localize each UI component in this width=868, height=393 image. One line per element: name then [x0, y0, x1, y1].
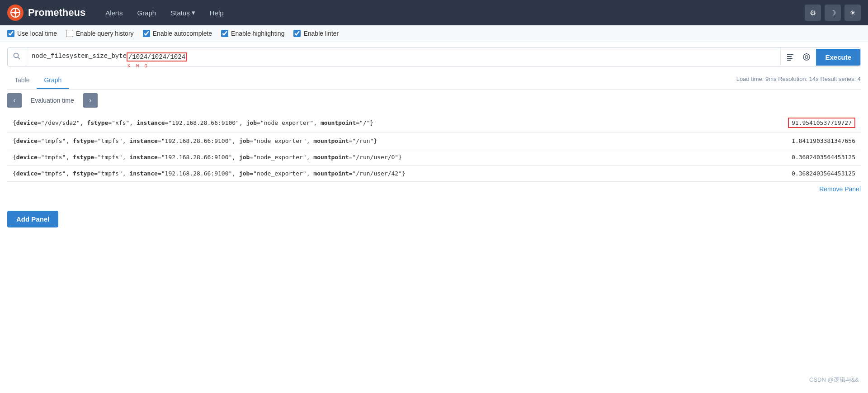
panel-meta: Load time: 9ms Resolution: 14s Result se… [736, 76, 861, 86]
metrics-explorer-button[interactable] [799, 50, 814, 64]
remove-panel-anchor[interactable]: Remove Panel [819, 185, 861, 193]
enable-highlighting-checkbox[interactable] [221, 30, 228, 37]
enable-query-history-label[interactable]: Enable query history [66, 30, 134, 37]
remove-panel-link: Remove Panel [7, 182, 861, 196]
enable-highlighting-label[interactable]: Enable highlighting [221, 30, 284, 37]
theme-sun-button[interactable]: ☀ [844, 5, 861, 21]
svg-line-6 [18, 57, 20, 59]
search-icon [8, 48, 26, 66]
execute-button[interactable]: Execute [816, 49, 860, 66]
svg-rect-7 [787, 54, 793, 55]
theme-moon-button[interactable]: ☽ [825, 5, 841, 21]
svg-rect-9 [787, 58, 793, 59]
nav-links: Alerts Graph Status ▾ Help [100, 5, 229, 20]
svg-rect-8 [787, 56, 792, 57]
table-row: {device="tmpfs", fstype="tmpfs", instanc… [7, 133, 861, 149]
enable-autocomplete-label[interactable]: Enable autocomplete [143, 30, 212, 37]
result-value: 0.3682403564453125 [792, 170, 855, 177]
enable-query-history-checkbox[interactable] [66, 30, 73, 37]
format-button[interactable] [783, 50, 798, 64]
svg-rect-10 [787, 60, 791, 61]
nav-alerts[interactable]: Alerts [100, 5, 128, 20]
nav-graph[interactable]: Graph [132, 5, 162, 20]
result-value: 1.8411903381347656 [792, 137, 855, 144]
eval-next-button[interactable]: › [83, 93, 98, 108]
dropdown-arrow-icon: ▾ [192, 9, 195, 17]
add-panel-button[interactable]: Add Panel [7, 211, 58, 227]
panel: Table Graph Load time: 9ms Resolution: 1… [7, 72, 861, 196]
enable-autocomplete-checkbox[interactable] [143, 30, 150, 37]
tab-graph[interactable]: Graph [37, 72, 69, 89]
svg-point-11 [803, 54, 810, 60]
search-actions [780, 48, 816, 66]
navbar: Prometheus Alerts Graph Status ▾ Help ⚙ … [0, 0, 868, 25]
table-row: {device="tmpfs", fstype="tmpfs", instanc… [7, 149, 861, 166]
enable-linter-label[interactable]: Enable linter [293, 30, 339, 37]
settings-button[interactable]: ⚙ [805, 5, 821, 21]
result-labels: {device="tmpfs", fstype="tmpfs", instanc… [13, 154, 783, 161]
use-local-time-label[interactable]: Use local time [7, 30, 57, 37]
brand-name: Prometheus [28, 7, 85, 19]
result-value: 0.3682403564453125 [792, 154, 855, 161]
tab-table[interactable]: Table [7, 72, 37, 89]
nav-help[interactable]: Help [204, 5, 229, 20]
toolbar: Use local time Enable query history Enab… [0, 25, 868, 42]
result-labels: {device="tmpfs", fstype="tmpfs", instanc… [13, 170, 783, 177]
nav-status[interactable]: Status ▾ [165, 5, 201, 20]
eval-prev-button[interactable]: ‹ [7, 93, 22, 108]
navbar-right: ⚙ ☽ ☀ [805, 5, 861, 21]
table-row: {device="tmpfs", fstype="tmpfs", instanc… [7, 166, 861, 182]
panel-tabs: Table Graph Load time: 9ms Resolution: 1… [7, 72, 861, 90]
use-local-time-checkbox[interactable] [7, 30, 14, 37]
brand: Prometheus [7, 5, 85, 21]
enable-linter-checkbox[interactable] [293, 30, 301, 37]
evaluation-time-row: ‹ Evaluation time › [7, 93, 861, 108]
svg-point-4 [14, 11, 17, 14]
result-labels: {device="/dev/sda2", fstype="xfs", insta… [13, 119, 779, 126]
prometheus-logo [7, 5, 24, 21]
eval-time-label: Evaluation time [25, 94, 80, 107]
svg-point-12 [805, 56, 808, 58]
table-row: {device="/dev/sda2", fstype="xfs", insta… [7, 113, 861, 133]
search-bar: node_filesystem_size_byte /1024/1024/102… [7, 47, 861, 66]
results-container: {device="/dev/sda2", fstype="xfs", insta… [7, 113, 861, 182]
result-labels: {device="tmpfs", fstype="tmpfs", instanc… [13, 137, 783, 144]
result-value: 91.95410537719727 [788, 118, 855, 128]
